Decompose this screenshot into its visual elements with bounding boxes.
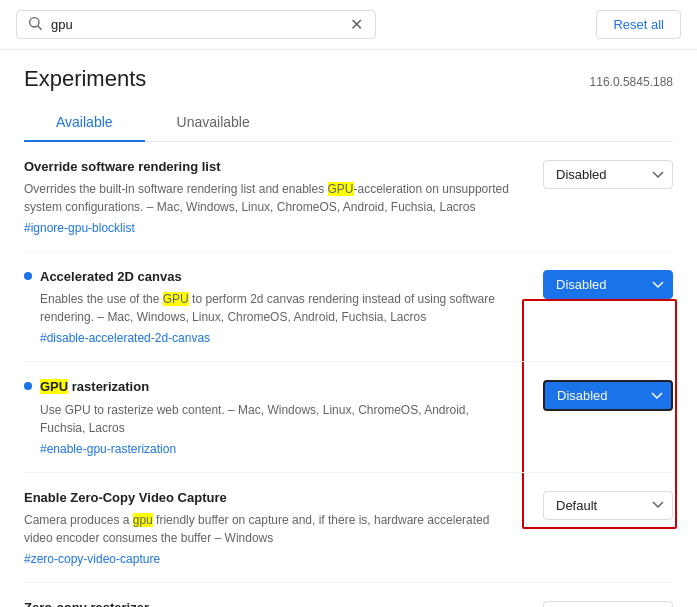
experiment-name: Enable Zero-Copy Video Capture xyxy=(24,489,514,507)
experiment-link[interactable]: #disable-accelerated-2d-canvas xyxy=(40,331,210,345)
experiment-desc: Use GPU to rasterize web content. – Mac,… xyxy=(40,401,514,437)
tabs: Available Unavailable xyxy=(24,104,673,142)
reset-all-button[interactable]: Reset all xyxy=(596,10,681,39)
experiment-info: GPU rasterization Use GPU to rasterize w… xyxy=(24,378,514,455)
experiment-select[interactable]: Default Disabled Enabled xyxy=(543,380,673,411)
experiment-name: GPU rasterization xyxy=(40,378,514,396)
experiment-control: Default Disabled Enabled xyxy=(543,380,673,411)
blue-dot-indicator xyxy=(24,382,32,390)
experiments-list: Override software rendering list Overrid… xyxy=(24,142,673,607)
experiment-gpu-rasterization: GPU rasterization Use GPU to rasterize w… xyxy=(24,362,673,472)
experiment-info: Zero-copy rasterizer Raster threads writ… xyxy=(24,599,514,607)
experiment-control: Default Disabled Enabled xyxy=(543,491,673,520)
experiment-select[interactable]: Default Disabled Enabled xyxy=(543,491,673,520)
experiment-link[interactable]: #zero-copy-video-capture xyxy=(24,552,160,566)
experiment-info: Override software rendering list Overrid… xyxy=(24,158,514,235)
experiment-desc: Camera produces a gpu friendly buffer on… xyxy=(24,511,514,547)
experiment-zero-copy-rasterizer: Zero-copy rasterizer Raster threads writ… xyxy=(24,583,673,607)
svg-point-0 xyxy=(30,18,39,27)
tab-unavailable[interactable]: Unavailable xyxy=(145,104,282,142)
search-input[interactable] xyxy=(51,17,348,32)
experiment-select[interactable]: Default Disabled Enabled xyxy=(543,601,673,607)
experiment-desc: Enables the use of the GPU to perform 2d… xyxy=(40,290,514,326)
experiment-select[interactable]: Default Disabled Enabled xyxy=(543,270,673,299)
top-bar: ✕ Reset all xyxy=(0,0,697,50)
experiment-link[interactable]: #enable-gpu-rasterization xyxy=(40,442,176,456)
blue-dot-indicator xyxy=(24,272,32,280)
experiment-info: Enable Zero-Copy Video Capture Camera pr… xyxy=(24,489,514,566)
experiment-select[interactable]: Default Disabled Enabled xyxy=(543,160,673,189)
experiment-desc: Overrides the built-in software renderin… xyxy=(24,180,514,216)
clear-search-button[interactable]: ✕ xyxy=(348,17,365,33)
experiment-name: Zero-copy rasterizer xyxy=(24,599,514,607)
search-icon xyxy=(27,15,43,34)
experiment-accelerated-2d-canvas: Accelerated 2D canvas Enables the use of… xyxy=(24,252,673,362)
experiment-link[interactable]: #ignore-gpu-blocklist xyxy=(24,221,135,235)
experiment-control: Default Disabled Enabled xyxy=(543,601,673,607)
page-header: Experiments 116.0.5845.188 xyxy=(24,66,673,92)
search-box: ✕ xyxy=(16,10,376,39)
experiment-control: Default Disabled Enabled xyxy=(543,160,673,189)
experiment-override-software-rendering: Override software rendering list Overrid… xyxy=(24,142,673,252)
experiment-zero-copy-video-capture: Enable Zero-Copy Video Capture Camera pr… xyxy=(24,473,673,583)
experiment-info: Accelerated 2D canvas Enables the use of… xyxy=(24,268,514,345)
experiment-name: Accelerated 2D canvas xyxy=(40,268,514,286)
version-number: 116.0.5845.188 xyxy=(590,75,673,89)
experiment-control: Default Disabled Enabled xyxy=(543,270,673,299)
experiment-name: Override software rendering list xyxy=(24,158,514,176)
svg-line-1 xyxy=(38,26,42,30)
page-title: Experiments xyxy=(24,66,146,92)
tab-available[interactable]: Available xyxy=(24,104,145,142)
